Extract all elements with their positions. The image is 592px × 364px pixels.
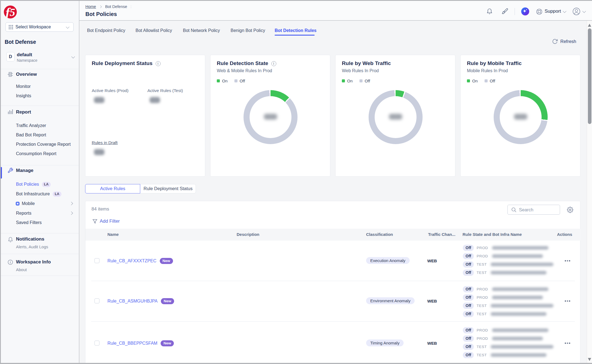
svg-text:5: 5 bbox=[10, 6, 15, 18]
